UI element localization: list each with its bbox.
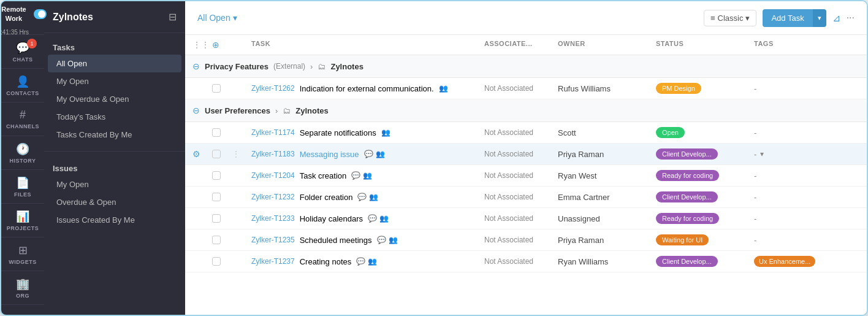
view-label: All Open bbox=[197, 13, 230, 23]
task-status: Open bbox=[656, 127, 754, 138]
task-icons: 💬👥 bbox=[368, 214, 389, 223]
add-task-group: Add Task ▾ bbox=[763, 9, 826, 27]
row-checkbox-wrap bbox=[212, 150, 232, 158]
sidebar-icon-contacts[interactable]: 👤CONTACTS bbox=[1, 69, 44, 102]
task-checkbox[interactable] bbox=[212, 84, 221, 93]
group-toggle-icon[interactable]: ⊖ bbox=[192, 61, 200, 71]
col-tags-header: TAGS bbox=[754, 40, 859, 50]
more-options-icon[interactable]: ··· bbox=[847, 12, 855, 23]
group-toggle-icon[interactable]: ⊖ bbox=[192, 106, 200, 115]
table-row[interactable]: ⚙ ⋮ Zylker-T1183 Messaging issue 💬👥 Not … bbox=[185, 144, 867, 165]
task-tags: - bbox=[754, 193, 859, 202]
task-name-text: Scheduled meetings bbox=[300, 236, 372, 245]
task-nav-todays-tasks[interactable]: Today's Tasks bbox=[48, 108, 181, 126]
chat-icon: 💬 bbox=[356, 257, 365, 266]
status-badge: Open bbox=[656, 127, 685, 138]
table-row[interactable]: Zylker-T1262 Indication for external com… bbox=[185, 78, 867, 99]
col-status-header: STATUS bbox=[656, 40, 754, 50]
view-selector[interactable]: All Open ▾ bbox=[197, 13, 237, 23]
task-checkbox[interactable] bbox=[212, 214, 221, 223]
tag-dash: - bbox=[754, 84, 756, 93]
task-nav-all-open[interactable]: All Open bbox=[48, 55, 181, 72]
col-expand: ⊕ bbox=[212, 40, 232, 50]
table-row[interactable]: Zylker-T1204 Task creation 💬👥 Not Associ… bbox=[185, 165, 867, 187]
status-badge: Waiting for UI bbox=[656, 234, 709, 245]
table-row[interactable]: Zylker-T1174 Separate notifications 👥 No… bbox=[185, 122, 867, 144]
chat-icon: 💬 bbox=[377, 236, 386, 244]
add-task-button[interactable]: Add Task bbox=[763, 9, 812, 27]
task-nav-my-open[interactable]: My Open bbox=[48, 72, 181, 90]
sidebar-icon-history[interactable]: 🕐HISTORY bbox=[1, 136, 44, 170]
status-toggle[interactable] bbox=[34, 9, 47, 19]
task-owner: Priya Raman bbox=[558, 150, 656, 159]
group-parent-name: Zylnotes bbox=[330, 62, 363, 71]
task-id: Zylker-T1174 bbox=[251, 128, 295, 137]
table-row[interactable]: Zylker-T1235 Scheduled meetings 💬👥 Not A… bbox=[185, 229, 867, 251]
history-label: HISTORY bbox=[9, 158, 36, 164]
sidebar-icon-files[interactable]: 📄FILES bbox=[1, 170, 44, 204]
task-checkbox[interactable] bbox=[212, 171, 221, 180]
task-cell: Zylker-T1237 Creating notes 💬👥 bbox=[251, 257, 484, 266]
tasks-section-header: Tasks bbox=[44, 38, 185, 55]
task-associated: Not Associated bbox=[484, 193, 558, 201]
task-nav-created-by-me[interactable]: Tasks Created By Me bbox=[48, 126, 181, 144]
task-tags: - bbox=[754, 84, 859, 93]
drag-icon[interactable]: ⋮ bbox=[232, 149, 240, 159]
task-name-text: Folder creation bbox=[300, 193, 353, 202]
task-checkbox[interactable] bbox=[212, 236, 221, 244]
status-badge: Ready for coding bbox=[656, 170, 719, 181]
task-link[interactable]: Messaging issue bbox=[300, 150, 359, 159]
table-row[interactable]: Zylker-T1232 Folder creation 💬👥 Not Asso… bbox=[185, 187, 867, 208]
task-nav-overdue-open[interactable]: My Overdue & Open bbox=[48, 90, 181, 108]
sidebar-icon-widgets[interactable]: ⊞WIDGETS bbox=[1, 237, 44, 271]
task-cell: Zylker-T1183 Messaging issue 💬👥 bbox=[251, 150, 484, 159]
issue-nav-issues-my-open[interactable]: My Open bbox=[48, 175, 181, 193]
projects-icon: 📊 bbox=[16, 210, 29, 223]
user-icon: 👥 bbox=[363, 171, 372, 180]
tag-dash: - bbox=[754, 236, 756, 245]
group-name: User Preferences bbox=[205, 106, 270, 115]
status-badge: Client Develop... bbox=[656, 191, 718, 202]
icon-sidebar: Remote Work 07:41:35 Hrs 1💬CHATS👤CONTACT… bbox=[1, 1, 44, 315]
issue-nav-overdue-open-issues[interactable]: Overdue & Open bbox=[48, 193, 181, 211]
task-associated: Not Associated bbox=[484, 150, 558, 158]
group-folder-icon: 🗂 bbox=[318, 62, 326, 71]
row-checkbox-wrap bbox=[212, 257, 232, 266]
settings-icon[interactable]: ⚙ bbox=[192, 149, 200, 159]
app-name: Remote Work bbox=[0, 5, 29, 23]
chats-label: CHATS bbox=[13, 56, 33, 63]
task-checkbox[interactable] bbox=[212, 150, 221, 158]
task-checkbox[interactable] bbox=[212, 257, 221, 266]
issue-nav-issues-created-by-me[interactable]: Issues Created By Me bbox=[48, 211, 181, 229]
sidebar-collapse-icon[interactable]: ⊟ bbox=[169, 11, 177, 23]
sidebar-header: Zylnotes ⊟ bbox=[44, 1, 185, 33]
task-name-text: Creating notes bbox=[300, 257, 352, 266]
task-associated: Not Associated bbox=[484, 171, 558, 180]
sidebar-icon-projects[interactable]: 📊PROJECTS bbox=[1, 204, 44, 237]
col-task-header: TASK bbox=[251, 40, 484, 50]
row-dropdown-icon[interactable]: ▾ bbox=[760, 150, 764, 158]
tag-dash: - bbox=[754, 214, 756, 223]
table-row[interactable]: Zylker-T1233 Holiday calendars 💬👥 Not As… bbox=[185, 208, 867, 229]
org-icon: 🏢 bbox=[16, 277, 29, 291]
view-dropdown-icon: ▾ bbox=[233, 13, 237, 23]
sidebar-icon-channels[interactable]: #CHANNELS bbox=[1, 102, 44, 136]
task-checkbox[interactable] bbox=[212, 193, 221, 201]
task-owner: Emma Cartner bbox=[558, 193, 656, 202]
row-checkbox-wrap bbox=[212, 236, 232, 244]
task-id: Zylker-T1233 bbox=[251, 214, 295, 223]
filter-icon[interactable]: ⊿ bbox=[832, 12, 840, 24]
task-checkbox[interactable] bbox=[212, 128, 221, 137]
sidebar-icon-org[interactable]: 🏢ORG bbox=[1, 271, 44, 305]
task-owner: Priya Raman bbox=[558, 236, 656, 245]
sidebar-icon-chats[interactable]: 1💬CHATS bbox=[1, 35, 44, 69]
classic-view-btn[interactable]: ≡ Classic ▾ bbox=[704, 10, 757, 26]
contacts-label: CONTACTS bbox=[6, 90, 39, 96]
table-row[interactable]: Zylker-T1237 Creating notes 💬👥 Not Assoc… bbox=[185, 251, 867, 272]
group-arrow-icon: › bbox=[310, 62, 313, 71]
user-icon: 👥 bbox=[439, 84, 448, 93]
task-id: Zylker-T1237 bbox=[251, 257, 295, 266]
add-task-dropdown-button[interactable]: ▾ bbox=[813, 9, 826, 27]
channels-label: CHANNELS bbox=[6, 123, 39, 129]
chat-icon: 💬 bbox=[368, 214, 377, 223]
